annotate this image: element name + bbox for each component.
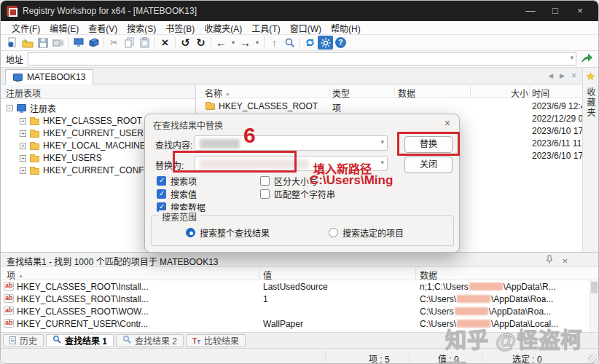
help-icon[interactable]: ? [333, 36, 348, 50]
undo-icon[interactable]: ↺ [178, 36, 193, 50]
scrollbar-thumb[interactable] [591, 282, 598, 293]
tree-root-computer[interactable]: − 注册表 [7, 102, 56, 114]
forward-icon[interactable]: → [238, 36, 253, 50]
minimize-button[interactable]: — [518, 1, 543, 21]
expand-icon[interactable]: + [20, 155, 26, 162]
checkbox-match-whole-string[interactable]: 匹配整个字符串 [260, 189, 335, 199]
copy-icon[interactable] [122, 36, 137, 50]
chevron-down-icon[interactable]: ▾ [380, 159, 384, 166]
close-dialog-button[interactable]: 关闭 [404, 157, 453, 173]
export-icon[interactable] [50, 36, 66, 50]
back-icon[interactable]: ← [214, 36, 229, 50]
column-data[interactable]: 数据 [398, 87, 415, 99]
tree-item-hkey-current-user[interactable]: + HKEY_CURRENT_USER [20, 127, 144, 139]
list-row[interactable]: HKEY_CLASSES_ROOT 项 2023/6/9 12:4 [197, 100, 575, 112]
pin-icon[interactable] [546, 255, 553, 266]
tree-item-hkey-users[interactable]: + HKEY_USERS [20, 152, 102, 164]
checkbox-unchecked-icon[interactable] [260, 189, 270, 199]
expand-icon[interactable]: + [20, 167, 26, 174]
search-icon[interactable] [282, 36, 297, 50]
column-time[interactable]: 时间 [532, 87, 549, 99]
paste-icon[interactable] [137, 36, 152, 50]
tab-history[interactable]: 历史 [3, 334, 44, 347]
computer-icon [17, 104, 26, 111]
column-separator[interactable] [529, 86, 530, 96]
menu-tools[interactable]: 工具(T) [247, 21, 284, 35]
expand-icon[interactable]: + [20, 143, 26, 149]
menu-view[interactable]: 查看(V) [84, 21, 122, 35]
tree-item-label: HKEY_CURRENT_CONFIG [43, 165, 153, 175]
column-separator[interactable] [470, 86, 471, 96]
radio-search-entire-results[interactable]: 搜索整个查找结果 [186, 227, 270, 237]
column-separator[interactable] [394, 86, 395, 96]
favorites-rail[interactable]: ★ 收藏夹 [582, 68, 598, 252]
find-combobox[interactable]: ▾ [195, 135, 388, 151]
menu-edit[interactable]: 编辑(E) [45, 21, 83, 35]
tab-search-results-2[interactable]: 查找结果 2 [116, 334, 184, 347]
checkbox-unchecked-icon[interactable] [260, 176, 270, 186]
column-separator[interactable] [259, 269, 259, 279]
chevron-down-icon[interactable]: ▾ [380, 138, 384, 146]
results-close-icon[interactable]: × [562, 256, 568, 266]
tree-item-hkey-local-machine[interactable]: + HKEY_LOCAL_MACHINE [20, 140, 146, 151]
tab-compare-results[interactable]: 比较结果 [186, 334, 246, 347]
menu-file[interactable]: 文件(F) [7, 21, 44, 35]
radio-unselected-icon[interactable] [329, 228, 338, 237]
column-separator[interactable] [415, 269, 416, 279]
new-icon[interactable] [4, 36, 20, 50]
back-dropdown-icon[interactable]: ▾ [229, 36, 238, 50]
up-icon[interactable]: ↑ [267, 36, 282, 50]
result-row[interactable]: HKEY_CLASSES_ROOT\WOW... C:\Users\AppDat… [1, 305, 590, 317]
open-folder-icon[interactable] [20, 36, 35, 50]
disconnect-icon[interactable] [86, 36, 101, 50]
menu-bookmarks[interactable]: 书签(B) [161, 21, 199, 35]
column-type[interactable]: 类型 [332, 87, 350, 99]
checkbox-label: 匹配整个字符串 [274, 188, 335, 200]
tab-close-icon[interactable]: × [571, 71, 576, 81]
result-row[interactable]: HKEY_CLASSES_ROOT\Install... LastUsedSou… [1, 280, 590, 293]
collapse-icon[interactable]: − [7, 105, 13, 111]
cut-icon[interactable]: ✂ [106, 36, 122, 50]
result-row[interactable]: HKEY_CLASSES_ROOT\Install... 1 C:\Users\… [1, 293, 590, 305]
go-icon[interactable] [581, 52, 593, 66]
expand-icon[interactable]: + [20, 118, 26, 124]
radio-selected-icon[interactable] [186, 228, 195, 237]
tab-prev-icon[interactable]: ◀ [548, 72, 553, 79]
checkbox-checked-icon[interactable] [157, 176, 166, 186]
menu-help[interactable]: 帮助(H) [326, 21, 365, 35]
column-name[interactable]: 名称▲ [205, 87, 230, 99]
close-button[interactable]: × [568, 1, 592, 21]
address-bar: 地址 ▾ [1, 51, 598, 68]
menu-favorites[interactable]: 收藏夹(A) [200, 21, 246, 35]
tree-item-hkey-classes-root[interactable]: + HKEY_CLASSES_ROOT [20, 115, 142, 127]
tab-next-icon[interactable]: ▶ [560, 72, 565, 79]
results-column-data[interactable]: 数据 [420, 269, 437, 281]
menu-window[interactable]: 窗口(W) [286, 21, 326, 35]
save-icon[interactable] [35, 36, 50, 50]
expand-icon[interactable]: + [20, 130, 26, 137]
tab-search-results-1[interactable]: 查找结果 1 [46, 334, 114, 347]
checkbox-search-keys[interactable]: 搜索项 [157, 175, 197, 186]
results-column-value[interactable]: 值 [263, 269, 272, 281]
refresh-icon[interactable] [302, 36, 318, 50]
column-size[interactable]: 大小 [474, 87, 528, 99]
menu-search[interactable]: 搜索(S) [122, 21, 160, 35]
column-separator[interactable] [329, 86, 329, 96]
tree-item-hkey-current-config[interactable]: + HKEY_CURRENT_CONFIG [20, 165, 153, 176]
tab-matebook13[interactable]: MATEBOOK13 [5, 69, 93, 84]
settings-icon[interactable] [318, 36, 333, 50]
tab-label: 查找结果 1 [65, 334, 107, 347]
results-column-item[interactable]: 项▲ [7, 269, 23, 281]
redo-icon[interactable]: ↻ [193, 36, 208, 50]
checkbox-checked-icon[interactable] [157, 189, 166, 199]
forward-dropdown-icon[interactable]: ▾ [253, 36, 262, 50]
maximize-button[interactable]: □ [543, 1, 568, 21]
checkbox-search-values[interactable]: 搜索值 [157, 189, 197, 199]
delete-icon[interactable]: × [157, 36, 173, 50]
address-dropdown-icon[interactable]: ▾ [570, 54, 573, 61]
address-input[interactable]: ▾ [28, 52, 576, 66]
dialog-close-icon[interactable]: × [445, 117, 450, 129]
checkbox-label: 搜索项 [171, 175, 197, 187]
radio-search-selected-items[interactable]: 搜索选定的项目 [329, 227, 404, 237]
connect-icon[interactable] [71, 36, 86, 50]
